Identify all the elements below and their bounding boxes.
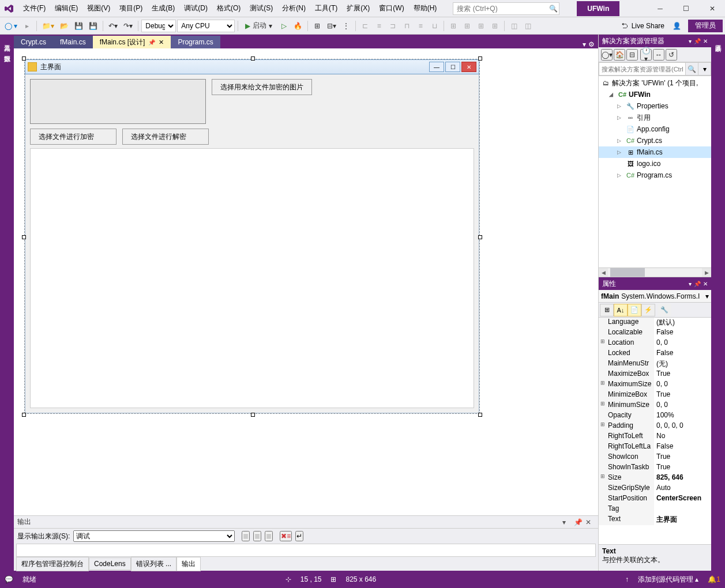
property-row[interactable]: ShowInTaskbTrue [599, 463, 711, 473]
menu-file[interactable]: 文件(F) [18, 0, 50, 17]
tree-fmain-cs[interactable]: ▷⊞fMain.cs [599, 146, 711, 158]
resize-handle[interactable] [251, 56, 255, 61]
pin-icon[interactable]: 📌 [148, 39, 155, 46]
menu-edit[interactable]: 编辑(E) [50, 0, 82, 17]
resize-handle[interactable] [478, 413, 482, 417]
tab-fmain-cs[interactable]: fMain.cs [53, 36, 93, 48]
align-mid-button[interactable]: ≡ [414, 20, 427, 32]
tb-btn-2[interactable]: ⊟▾ [325, 20, 339, 32]
property-object-selector[interactable]: fMain System.Windows.Forms.I ▾ [599, 290, 711, 303]
form-designer-surface[interactable]: 主界面 — ☐ ✕ 选择用来给文件加密的图片 选择文件进 [14, 48, 598, 515]
resize-handle[interactable] [22, 235, 26, 239]
quick-launch-search[interactable]: 🔍 [453, 2, 559, 15]
decrypt-button[interactable]: 选择文件进行解密 [122, 129, 209, 145]
tab-gear-icon[interactable]: ⚙ [588, 40, 595, 48]
tree-logo-ico[interactable]: 🖼logo.ico [599, 158, 711, 169]
tb-btn-1[interactable]: ⊞ [311, 20, 324, 32]
tree-properties[interactable]: ▷🔧Properties [599, 100, 711, 112]
status-source-control[interactable]: 添加到源代码管理 ▴ [638, 575, 698, 585]
property-row[interactable]: Opacity100% [599, 411, 711, 421]
property-row[interactable]: ⊞MinimumSize0, 0 [599, 401, 711, 411]
picturebox[interactable] [30, 79, 206, 124]
property-row[interactable]: ⊞Size825, 646 [599, 473, 711, 484]
resize-handle[interactable] [478, 235, 482, 239]
align-left-button[interactable]: ⊏ [359, 20, 371, 32]
output-source-select[interactable]: 调试 [73, 530, 235, 542]
save-button[interactable]: 💾 [72, 20, 85, 32]
prop-pages-button[interactable]: 🔧 [658, 304, 671, 316]
prop-events-button[interactable]: ⚡ [641, 304, 655, 316]
resize-handle[interactable] [22, 413, 26, 417]
tab-fmain-design[interactable]: fMain.cs [设计]📌✕ [93, 36, 171, 48]
start-debug-button[interactable]: ▶启动 ▾ [241, 20, 276, 32]
property-row[interactable]: LocalizableFalse [599, 328, 711, 338]
property-row[interactable]: Text主界面 [599, 515, 711, 525]
menu-format[interactable]: 格式(O) [212, 0, 245, 17]
panel-close-icon[interactable]: ✕ [703, 281, 708, 287]
diagnostics-tab[interactable]: 诊断工具 [713, 37, 724, 44]
resize-handle[interactable] [478, 56, 482, 61]
panel-pin-icon[interactable]: 📌 [694, 38, 701, 44]
undo-button[interactable]: ↶▾ [106, 20, 120, 32]
form-minimize-button[interactable]: — [429, 62, 444, 72]
live-share-button[interactable]: ⮌ Live Share [617, 22, 669, 30]
form-maximize-button[interactable]: ☐ [445, 62, 460, 72]
output-tb-1[interactable]: ≣ [242, 531, 250, 541]
spacing-btn-2[interactable]: ⊞ [461, 20, 474, 32]
tree-project[interactable]: ◢C#UFWin [599, 89, 711, 100]
panel-close-icon[interactable]: ✕ [703, 38, 708, 44]
property-row[interactable]: StartPositionCenterScreen [599, 494, 711, 504]
align-right-button[interactable]: ⊐ [386, 20, 399, 32]
chat-icon[interactable]: 💬 [5, 575, 13, 583]
prop-alphabetical-button[interactable]: A↓ [614, 304, 628, 316]
sol-home2-button[interactable]: 🏠 [614, 49, 625, 61]
property-row[interactable]: MaximizeBoxTrue [599, 370, 711, 380]
panel-dropdown-icon[interactable]: ▾ [562, 518, 572, 526]
property-row[interactable]: RightToLeftLaFalse [599, 442, 711, 453]
start-without-debug-button[interactable]: ▷ [277, 20, 290, 32]
property-row[interactable]: SizeGripStyleAuto [599, 484, 711, 494]
bottom-tab-output[interactable]: 输出 [176, 557, 201, 571]
minimize-button[interactable]: ─ [647, 0, 673, 17]
align-center-button[interactable]: ≡ [373, 20, 385, 32]
output-text[interactable] [16, 544, 596, 557]
panel-pin-icon[interactable]: 📌 [694, 281, 701, 287]
resize-handle[interactable] [251, 413, 255, 417]
menu-help[interactable]: 帮助(H) [409, 0, 442, 17]
menu-debug[interactable]: 调试(D) [179, 0, 212, 17]
tb-btn-3[interactable]: ⋮ [340, 20, 352, 32]
prop-properties-button[interactable]: 📄 [628, 304, 641, 316]
encrypt-button[interactable]: 选择文件进行加密 [30, 129, 117, 145]
property-row[interactable]: ⊞MaximumSize0, 0 [599, 380, 711, 390]
redo-button[interactable]: ↷▾ [121, 20, 135, 32]
layout-btn-2[interactable]: ◫ [521, 20, 534, 32]
maximize-button[interactable]: ☐ [673, 0, 699, 17]
property-row[interactable]: Language(默认) [599, 318, 711, 328]
open-button[interactable]: 📂 [58, 20, 71, 32]
property-row[interactable]: Tag [599, 504, 711, 515]
tab-crypt-cs[interactable]: Crypt.cs [14, 36, 53, 48]
tree-appconfig[interactable]: 📄App.config [599, 123, 711, 135]
property-row[interactable]: LockedFalse [599, 349, 711, 359]
toolbox-tab[interactable]: 工具箱 [2, 37, 13, 44]
feedback-button[interactable]: 👤 [670, 20, 683, 32]
property-row[interactable]: MainMenuStr(无) [599, 359, 711, 370]
form-close-button[interactable]: ✕ [461, 62, 476, 72]
tab-program-cs[interactable]: Program.cs [171, 36, 220, 48]
spacing-btn-4[interactable]: ⊞ [489, 20, 501, 32]
solution-search-input[interactable] [599, 62, 686, 76]
search-dropdown-icon[interactable]: ▾ [698, 62, 711, 76]
output-tb-3[interactable]: ≣ [265, 531, 273, 541]
solution-tree[interactable]: 🗂解决方案 'UFWin' (1 个项目, ◢C#UFWin ▷🔧Propert… [599, 76, 711, 267]
panel-dropdown-icon[interactable]: ▾ [689, 281, 692, 287]
bottom-tab-codelens[interactable]: CodeLens [89, 557, 131, 570]
bottom-tab-pkg[interactable]: 程序包管理器控制台 [16, 557, 89, 571]
notification-bell-icon[interactable]: 🔔1 [708, 575, 720, 583]
align-bot-button[interactable]: ⊔ [428, 20, 441, 32]
panel-close-icon[interactable]: ✕ [585, 518, 595, 526]
resize-handle[interactable] [22, 56, 26, 61]
align-top-button[interactable]: ⊓ [400, 20, 413, 32]
search-icon[interactable]: 🔍 [686, 62, 698, 76]
output-clear-button[interactable]: ✖≡ [280, 531, 292, 541]
panel-pin-icon[interactable]: 📌 [574, 518, 583, 526]
